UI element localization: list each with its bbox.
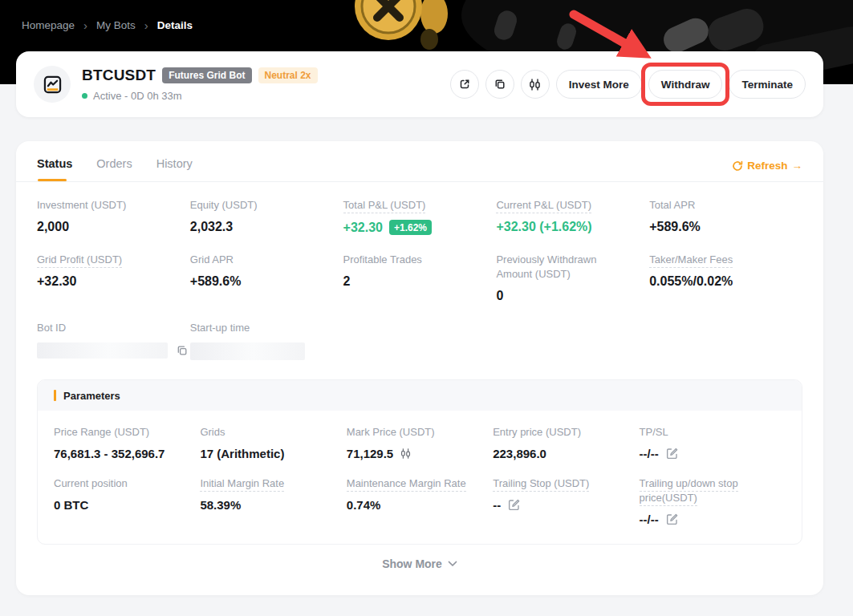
stat-bot-id: Bot ID xyxy=(37,321,190,360)
stat-grid-profit: Grid Profit (USDT) +32.30 xyxy=(37,253,190,303)
copy-bot-button[interactable] xyxy=(485,70,514,99)
param-value: 0 BTC xyxy=(54,498,200,512)
stat-label-tooltip[interactable]: Taker/Maker Fees xyxy=(649,253,733,268)
stat-label-tooltip[interactable]: Grid Profit (USDT) xyxy=(37,253,122,268)
bot-leverage-badge: Neutral 2x xyxy=(258,67,318,83)
terminate-button[interactable]: Terminate xyxy=(729,70,806,99)
tab-status-label: Status xyxy=(37,157,72,170)
param-value: 17 (Arithmetic) xyxy=(200,447,346,460)
stat-row: Bot ID Start-up time xyxy=(37,321,802,360)
param-tp-sl: TP/SL --/-- xyxy=(640,425,786,460)
param-label-tooltip[interactable]: Trailing up/down stop price(USDT) xyxy=(640,477,738,506)
stat-value: 0.055%/0.02% xyxy=(649,274,802,289)
stat-label: Bot ID xyxy=(37,322,66,334)
invest-more-button[interactable]: Invest More xyxy=(556,70,642,99)
stat-label: Previously Withdrawn Amount (USDT) xyxy=(496,253,596,280)
stat-total-pnl: Total P&L (USDT) +32.30 +1.62% xyxy=(343,198,497,235)
stat-label-tooltip[interactable]: Current P&L (USDT) xyxy=(496,199,591,213)
active-tab-indicator xyxy=(38,179,67,181)
param-label: Current position xyxy=(54,477,128,489)
bot-pair-title: BTCUSDT xyxy=(82,67,156,84)
param-maintenance-margin: Maintenance Margin Rate 0.74% xyxy=(347,476,493,526)
breadcrumb-my-bots[interactable]: My Bots xyxy=(96,19,136,31)
candlestick-icon[interactable] xyxy=(400,448,412,460)
bot-id-redacted-value xyxy=(37,342,168,359)
candlestick-icon xyxy=(528,78,542,91)
stat-startup-time: Start-up time xyxy=(190,321,343,360)
stat-row: Grid Profit (USDT) +32.30 Grid APR +589.… xyxy=(37,253,802,303)
stat-withdrawn-amount: Previously Withdrawn Amount (USDT) 0 xyxy=(496,253,649,303)
refresh-label: Refresh xyxy=(747,160,787,172)
param-label: TP/SL xyxy=(640,426,668,438)
stat-current-pnl: Current P&L (USDT) +32.30 (+1.62%) xyxy=(496,198,649,235)
compare-kline-button[interactable] xyxy=(521,70,550,99)
stat-value: +32.30 xyxy=(343,221,383,235)
refresh-button[interactable]: Refresh → xyxy=(732,160,802,181)
bot-avatar xyxy=(34,66,71,103)
tab-history[interactable]: History xyxy=(156,157,193,181)
stat-value: +589.6% xyxy=(649,220,802,234)
stat-row: Investment (USDT) 2,000 Equity (USDT) 2,… xyxy=(37,198,802,235)
parameters-panel: Parameters Price Range (USDT) 76,681.3 -… xyxy=(37,379,802,545)
breadcrumb: Homepage › My Bots › Details xyxy=(22,19,193,31)
active-status-dot xyxy=(82,93,87,99)
pnl-percent-badge: +1.62% xyxy=(389,220,432,235)
param-value: 0.74% xyxy=(347,498,493,512)
arrow-right-icon: → xyxy=(792,160,803,172)
param-label-tooltip[interactable]: Trailing Stop (USDT) xyxy=(493,477,589,492)
param-label: Mark Price (USDT) xyxy=(347,426,435,438)
stat-value: 2,000 xyxy=(37,220,190,234)
param-price-range: Price Range (USDT) 76,681.3 - 352,696.7 xyxy=(54,425,200,460)
param-trailing-updown: Trailing up/down stop price(USDT) --/-- xyxy=(640,476,786,526)
stat-value: +32.30 xyxy=(37,274,190,289)
copy-icon[interactable] xyxy=(176,344,189,357)
gold-coin-icon xyxy=(351,0,425,47)
breadcrumb-details: Details xyxy=(157,19,193,31)
edit-icon[interactable] xyxy=(507,498,521,512)
parameters-title: Parameters xyxy=(63,390,120,402)
show-more-button[interactable]: Show More xyxy=(16,557,823,570)
param-mark-price: Mark Price (USDT) 71,129.5 xyxy=(347,425,493,460)
chevron-right-icon: › xyxy=(83,19,87,31)
stat-label: Start-up time xyxy=(190,322,250,334)
param-grids: Grids 17 (Arithmetic) xyxy=(200,425,346,460)
chevron-down-icon xyxy=(448,561,457,567)
stat-profitable-trades: Profitable Trades 2 xyxy=(343,253,497,303)
external-link-icon xyxy=(458,78,471,91)
refresh-icon xyxy=(732,160,743,172)
withdraw-button[interactable]: Withdraw xyxy=(648,70,723,99)
param-label-tooltip[interactable]: Initial Margin Rate xyxy=(200,477,284,492)
stat-label: Grid APR xyxy=(190,253,234,265)
param-label-tooltip[interactable]: Maintenance Margin Rate xyxy=(347,477,466,492)
param-value: --/-- xyxy=(640,513,659,526)
param-value: 223,896.0 xyxy=(493,447,639,460)
stat-grid-apr: Grid APR +589.6% xyxy=(190,253,343,303)
copy-icon xyxy=(494,78,506,91)
stat-label: Equity (USDT) xyxy=(190,199,258,211)
startup-time-redacted-value xyxy=(190,342,305,360)
stat-total-apr: Total APR +589.6% xyxy=(649,198,802,235)
bot-status-text: Active - 0D 0h 33m xyxy=(93,90,182,102)
parameters-header: Parameters xyxy=(38,380,802,411)
stat-label: Investment (USDT) xyxy=(37,199,126,211)
edit-icon[interactable] xyxy=(665,447,679,460)
stat-value: 2 xyxy=(343,274,497,289)
grid-bot-chart-icon xyxy=(42,74,63,95)
param-value: 76,681.3 - 352,696.7 xyxy=(54,447,200,460)
share-button[interactable] xyxy=(450,70,479,99)
param-initial-margin: Initial Margin Rate 58.39% xyxy=(200,476,346,526)
param-row: Price Range (USDT) 76,681.3 - 352,696.7 … xyxy=(54,425,786,460)
chevron-right-icon: › xyxy=(144,19,148,31)
stat-equity: Equity (USDT) 2,032.3 xyxy=(190,198,343,235)
param-value: 58.39% xyxy=(200,498,346,512)
accent-bar xyxy=(54,390,56,401)
stat-value: 0 xyxy=(496,289,649,303)
tab-orders[interactable]: Orders xyxy=(96,157,132,181)
breadcrumb-homepage[interactable]: Homepage xyxy=(22,19,75,31)
stat-value: +32.30 (+1.62%) xyxy=(496,220,649,234)
param-value: 71,129.5 xyxy=(347,447,393,460)
edit-icon[interactable] xyxy=(665,513,679,526)
tab-status[interactable]: Status xyxy=(37,157,72,181)
stat-value: 2,032.3 xyxy=(190,220,343,234)
stat-label-tooltip[interactable]: Total P&L (USDT) xyxy=(343,199,426,213)
